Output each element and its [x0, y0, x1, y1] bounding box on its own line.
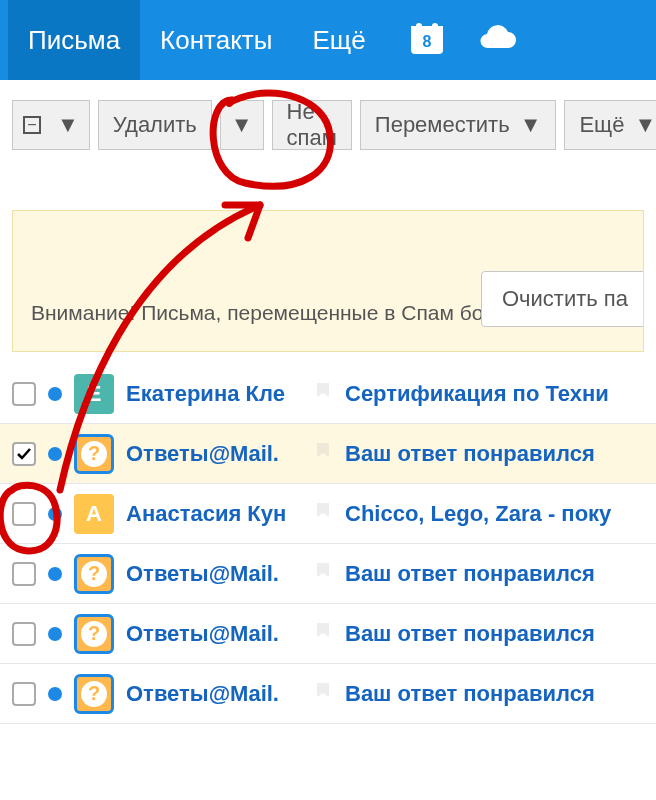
select-all-toggle[interactable]: − ▼ — [12, 100, 90, 150]
button-label: Не спам — [287, 99, 337, 151]
nav-item-label: Письма — [28, 25, 120, 56]
row-checkbox[interactable] — [12, 502, 36, 526]
cloud-icon[interactable] — [474, 22, 518, 58]
email-subject: Ваш ответ понравился — [345, 441, 595, 467]
flag-icon[interactable] — [313, 383, 333, 405]
email-list: ЕЕкатерина КлеСертификация по Техни?Отве… — [0, 364, 656, 724]
nav-item-label: Контакты — [160, 25, 272, 56]
email-subject: Ваш ответ понравился — [345, 621, 595, 647]
delete-button[interactable]: Удалить — [98, 100, 212, 150]
email-subject: Chicco, Lego, Zara - поку — [345, 501, 611, 527]
sender-avatar: А — [74, 494, 114, 534]
chevron-down-icon: ▼ — [520, 112, 542, 138]
sender-name: Ответы@Mail. — [126, 561, 301, 587]
flag-icon[interactable] — [313, 503, 333, 525]
flag-icon[interactable] — [313, 623, 333, 645]
email-row[interactable]: ?Ответы@Mail.Ваш ответ понравился — [0, 604, 656, 664]
email-row[interactable]: ААнастасия КунChicco, Lego, Zara - поку — [0, 484, 656, 544]
button-label: Ещё — [579, 112, 624, 138]
unread-dot-icon — [48, 507, 62, 521]
sender-avatar: Е — [74, 374, 114, 414]
flag-icon[interactable] — [313, 563, 333, 585]
nav-item-mail[interactable]: Письма — [8, 0, 140, 80]
top-nav: Письма Контакты Ещё 8 — [0, 0, 656, 80]
email-subject: Ваш ответ понравился — [345, 681, 595, 707]
nav-item-contacts[interactable]: Контакты — [140, 0, 292, 80]
email-row[interactable]: ?Ответы@Mail.Ваш ответ понравился — [0, 664, 656, 724]
unread-dot-icon — [48, 567, 62, 581]
chevron-down-icon: ▼ — [57, 112, 79, 138]
spam-notice: Очистить па Внимание! Письма, перемещенн… — [12, 210, 644, 352]
email-subject: Ваш ответ понравился — [345, 561, 595, 587]
row-checkbox[interactable] — [12, 562, 36, 586]
row-checkbox[interactable] — [12, 682, 36, 706]
sender-name: Ответы@Mail. — [126, 621, 301, 647]
clear-folder-button[interactable]: Очистить па — [481, 271, 644, 327]
not-spam-button[interactable]: Не спам — [272, 100, 352, 150]
button-label: Очистить па — [502, 286, 628, 311]
toolbar: − ▼ Удалить ▼ Не спам Переместить▼ Ещё▼ — [0, 80, 656, 170]
row-checkbox[interactable] — [12, 442, 36, 466]
sender-name: Анастасия Кун — [126, 501, 301, 527]
chevron-down-icon: ▼ — [634, 112, 656, 138]
email-row[interactable]: ?Ответы@Mail.Ваш ответ понравился — [0, 424, 656, 484]
minus-square-icon: − — [23, 116, 41, 134]
unread-dot-icon — [48, 447, 62, 461]
sender-name: Екатерина Кле — [126, 381, 301, 407]
sender-avatar: ? — [74, 554, 114, 594]
chevron-down-icon: ▼ — [231, 112, 253, 138]
move-button[interactable]: Переместить▼ — [360, 100, 557, 150]
svg-point-2 — [416, 23, 422, 29]
flag-icon[interactable] — [313, 443, 333, 465]
unread-dot-icon — [48, 627, 62, 641]
calendar-day: 8 — [422, 33, 431, 50]
row-checkbox[interactable] — [12, 382, 36, 406]
sender-name: Ответы@Mail. — [126, 681, 301, 707]
delete-more-button[interactable]: ▼ — [220, 100, 264, 150]
sender-avatar: ? — [74, 674, 114, 714]
sender-name: Ответы@Mail. — [126, 441, 301, 467]
calendar-icon[interactable]: 8 — [408, 19, 446, 61]
flag-icon[interactable] — [313, 683, 333, 705]
email-row[interactable]: ЕЕкатерина КлеСертификация по Техни — [0, 364, 656, 424]
row-checkbox[interactable] — [12, 622, 36, 646]
nav-item-more[interactable]: Ещё — [292, 0, 385, 80]
svg-point-3 — [432, 23, 438, 29]
button-label: Удалить — [113, 112, 197, 138]
sender-avatar: ? — [74, 614, 114, 654]
unread-dot-icon — [48, 387, 62, 401]
more-button[interactable]: Ещё▼ — [564, 100, 656, 150]
nav-item-label: Ещё — [312, 25, 365, 56]
unread-dot-icon — [48, 687, 62, 701]
email-subject: Сертификация по Техни — [345, 381, 609, 407]
button-label: Переместить — [375, 112, 510, 138]
sender-avatar: ? — [74, 434, 114, 474]
email-row[interactable]: ?Ответы@Mail.Ваш ответ понравился — [0, 544, 656, 604]
